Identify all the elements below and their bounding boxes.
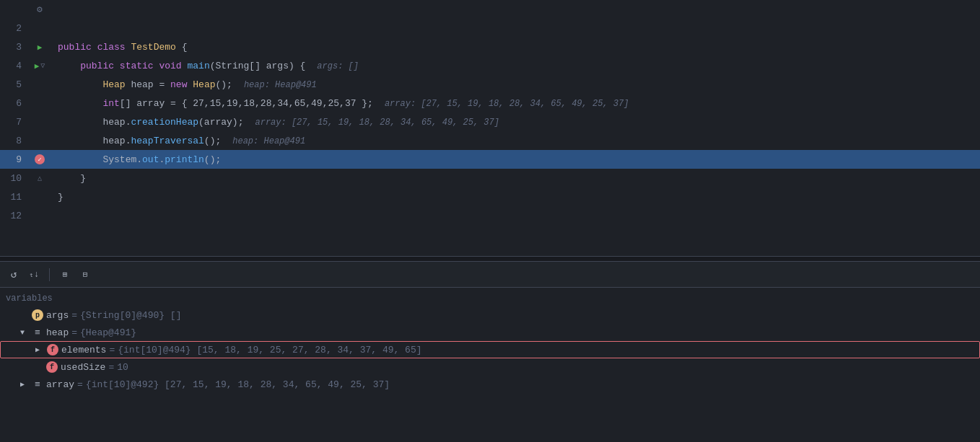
restart-button[interactable]: ↺ xyxy=(6,267,22,283)
debug-toolbar: ↺ ₜ↓ ⊞ ⊟ xyxy=(0,262,980,288)
breakpoint-icon-9[interactable] xyxy=(35,154,45,164)
fold-icon-4[interactable]: ▽ xyxy=(40,61,45,70)
line-top: ⚙ xyxy=(0,0,980,19)
line-7: 7 heap.creationHeap(array);array: [27, 1… xyxy=(0,112,980,131)
ariables-label: ariables xyxy=(11,293,53,304)
line-gutter: ⚙ xyxy=(29,4,51,15)
run-icon-4[interactable]: ▶ xyxy=(35,61,40,71)
type-badge-usedsize: f xyxy=(46,361,58,373)
var-name-elements: elements xyxy=(61,345,106,355)
var-eq-array: = xyxy=(77,379,83,390)
gear-icon[interactable]: ⚙ xyxy=(37,4,43,15)
var-eq-elements: = xyxy=(109,345,115,355)
run-icon-3[interactable]: ▶ xyxy=(38,43,43,52)
var-name-usedsize: usedSize xyxy=(61,362,105,373)
expand-elements[interactable]: ▶ xyxy=(35,345,47,354)
line-4: 4 ▶ ▽ public static void main(String[] a… xyxy=(0,56,980,75)
var-row-usedsize[interactable]: f usedSize = 10 xyxy=(0,358,980,376)
line-content-5: Heap heap = new Heap();heap: Heap@491 xyxy=(51,79,980,90)
line-number-2: 2 xyxy=(0,23,29,34)
type-badge-args: p xyxy=(32,309,43,321)
variables-tree-button[interactable]: ⊟ xyxy=(77,267,93,283)
debug-content: Variables p args = {String[0]@490} [] ▼ … xyxy=(0,288,980,442)
var-eq-usedsize: = xyxy=(108,362,114,373)
expand-usedsize xyxy=(35,363,46,371)
line-10: 10 △ } xyxy=(0,169,980,187)
line-content-3: public class TestDemo { xyxy=(51,42,980,53)
var-row-array[interactable]: ▶ ≡ array = {int[10]@492} [27, 15, 19, 1… xyxy=(0,376,980,393)
line-8: 8 heap.heapTraversal();heap: Heap@491 xyxy=(0,131,980,150)
line-gutter-4: ▶ ▽ xyxy=(29,61,51,71)
var-eq-args: = xyxy=(71,310,77,321)
resize-divider[interactable] xyxy=(0,256,980,262)
editor-area: ⚙ 2 3 ▶ public class TestDemo { 4 ▶ ▽ xyxy=(0,0,980,256)
line-number-10: 10 xyxy=(0,173,29,184)
line-number-4: 4 xyxy=(0,61,29,71)
var-eq-heap: = xyxy=(71,327,77,338)
expand-array[interactable]: ▶ xyxy=(20,380,32,389)
line-number-8: 8 xyxy=(0,136,29,146)
variables-section-label: Variables xyxy=(0,291,980,306)
line-gutter-3: ▶ xyxy=(29,43,51,52)
var-row-args[interactable]: p args = {String[0]@490} [] xyxy=(0,306,980,324)
line-content-11: } xyxy=(51,192,980,203)
line-number-9: 9 xyxy=(0,154,29,165)
line-gutter-10: △ xyxy=(29,174,51,182)
type-badge-elements: f xyxy=(47,344,58,355)
line-3: 3 ▶ public class TestDemo { xyxy=(0,37,980,56)
line-content-7: heap.creationHeap(array);array: [27, 15,… xyxy=(51,117,980,128)
code-lines: ⚙ 2 3 ▶ public class TestDemo { 4 ▶ ▽ xyxy=(0,0,980,256)
expand-args xyxy=(20,311,32,319)
line-content-6: int[] array = { 27,15,19,18,28,34,65,49,… xyxy=(51,98,980,109)
var-row-elements[interactable]: ▶ f elements = {int[10]@494} [15, 18, 19… xyxy=(0,341,980,358)
line-number-3: 3 xyxy=(0,42,29,53)
step-into-button[interactable]: ₜ↓ xyxy=(26,267,42,283)
line-content-8: heap.heapTraversal();heap: Heap@491 xyxy=(51,136,980,146)
line-11: 11 } xyxy=(0,187,980,206)
var-val-elements: {int[10]@494} [15, 18, 19, 25, 27, 28, 3… xyxy=(118,345,421,355)
line-content-4: public static void main(String[] args) {… xyxy=(51,61,980,71)
line-gutter-9 xyxy=(29,154,51,164)
line-number-6: 6 xyxy=(0,98,29,109)
line-number-5: 5 xyxy=(0,79,29,90)
var-val-array: {int[10]@492} [27, 15, 19, 18, 28, 34, 6… xyxy=(86,379,390,390)
line-number-7: 7 xyxy=(0,117,29,128)
var-name-heap: heap xyxy=(46,327,69,338)
line-content-10: } xyxy=(51,173,980,184)
type-badge-array: ≡ xyxy=(32,379,43,390)
type-badge-heap: ≡ xyxy=(32,327,43,338)
debug-panel: ↺ ₜ↓ ⊞ ⊟ Variables p args = {String[0]@4… xyxy=(0,262,980,442)
fold-icon-10[interactable]: △ xyxy=(38,174,42,182)
var-val-usedsize: 10 xyxy=(117,362,128,373)
line-5: 5 Heap heap = new Heap();heap: Heap@491 xyxy=(0,75,980,94)
toolbar-separator xyxy=(49,268,50,281)
var-row-heap[interactable]: ▼ ≡ heap = {Heap@491} xyxy=(0,324,980,341)
line-6: 6 int[] array = { 27,15,19,18,28,34,65,4… xyxy=(0,94,980,112)
var-val-heap: {Heap@491} xyxy=(80,327,136,338)
var-name-args: args xyxy=(46,310,69,321)
line-12: 12 xyxy=(0,206,980,225)
var-name-array: array xyxy=(46,379,74,390)
variables-table-button[interactable]: ⊞ xyxy=(57,267,73,283)
line-content-9: System.out.println(); xyxy=(51,154,980,165)
expand-heap[interactable]: ▼ xyxy=(20,329,32,337)
line-number-12: 12 xyxy=(0,211,29,221)
line-2: 2 xyxy=(0,19,980,37)
var-val-args: {String[0]@490} [] xyxy=(80,310,181,321)
line-9: 9 System.out.println(); xyxy=(0,150,980,169)
line-number-11: 11 xyxy=(0,192,29,203)
